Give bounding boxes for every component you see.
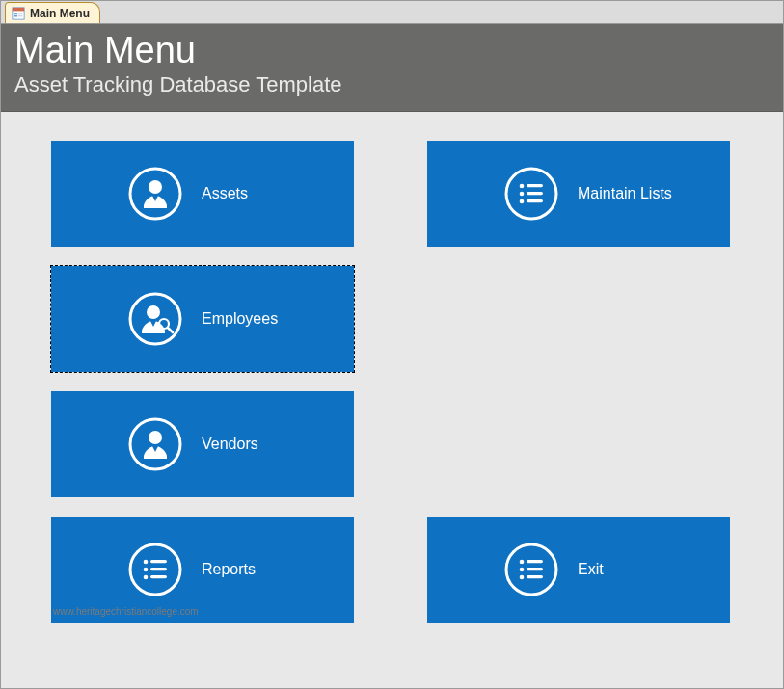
svg-point-23 (144, 568, 149, 572)
tile-label: Maintain Lists (578, 185, 672, 202)
svg-rect-25 (150, 560, 167, 563)
svg-point-16 (147, 305, 160, 319)
tile-label: Vendors (202, 436, 258, 453)
user-search-circle-icon (128, 292, 182, 346)
svg-line-18 (168, 328, 173, 332)
svg-rect-3 (14, 14, 18, 16)
svg-point-10 (520, 192, 525, 197)
svg-rect-12 (527, 184, 543, 187)
svg-rect-33 (527, 568, 543, 570)
svg-rect-32 (527, 560, 543, 563)
svg-point-7 (149, 180, 162, 194)
tab-label: Main Menu (30, 7, 90, 20)
menu-body: Assets Maintain Lists (1, 112, 783, 623)
app-window: Main Menu Main Menu Asset Tracking Datab… (0, 0, 784, 689)
tile-label: Reports (202, 561, 256, 578)
tile-label: Employees (202, 310, 278, 328)
empty-cell (427, 266, 730, 372)
tile-label: Exit (578, 561, 604, 578)
list-circle-icon (504, 167, 558, 221)
svg-rect-27 (150, 575, 167, 578)
svg-rect-26 (150, 568, 167, 570)
svg-rect-5 (18, 14, 22, 16)
tile-maintain-lists[interactable]: Maintain Lists (427, 141, 730, 247)
svg-point-30 (520, 568, 525, 572)
svg-point-11 (520, 199, 525, 204)
svg-point-24 (144, 575, 149, 580)
list-circle-icon (128, 543, 182, 596)
user-tie-circle-icon (128, 417, 182, 471)
tab-main-menu[interactable]: Main Menu (5, 2, 100, 23)
tile-employees[interactable]: Employees (51, 266, 354, 372)
svg-point-15 (130, 294, 180, 344)
svg-rect-2 (14, 13, 18, 14)
svg-rect-1 (13, 7, 24, 11)
tab-bar: Main Menu (1, 1, 783, 24)
page-subtitle: Asset Tracking Database Template (14, 72, 770, 97)
form-icon (12, 7, 25, 20)
tile-label: Assets (202, 185, 248, 202)
svg-point-20 (149, 431, 162, 444)
svg-rect-13 (527, 192, 543, 195)
empty-cell (427, 391, 730, 497)
svg-rect-34 (527, 575, 543, 578)
page-title: Main Menu (14, 32, 770, 70)
svg-point-31 (520, 575, 525, 580)
list-circle-icon (504, 543, 558, 596)
svg-point-22 (144, 560, 149, 565)
page-header: Main Menu Asset Tracking Database Templa… (1, 24, 783, 112)
tile-exit[interactable]: Exit (427, 517, 730, 623)
svg-rect-4 (18, 13, 22, 14)
user-circle-icon (128, 167, 182, 221)
watermark: www.heritagechristiancollege.com (53, 606, 199, 617)
svg-point-29 (520, 560, 525, 565)
tile-vendors[interactable]: Vendors (51, 391, 354, 497)
tile-assets[interactable]: Assets (51, 141, 354, 247)
svg-rect-14 (527, 199, 543, 202)
svg-point-9 (520, 184, 525, 189)
